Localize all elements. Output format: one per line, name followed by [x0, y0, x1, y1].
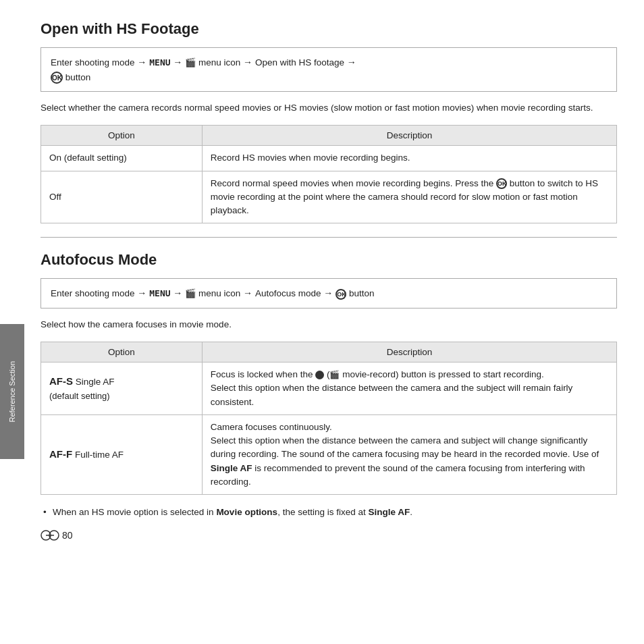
section1-text1: menu icon — [198, 57, 243, 68]
single-af-bold1: Single AF — [211, 463, 252, 473]
page-number-area: 80 — [41, 529, 617, 541]
section2-movie-icon: 🎬 — [185, 288, 196, 298]
page-number: 80 — [62, 530, 73, 541]
aff-label: AF-F — [49, 448, 72, 460]
note-bold1: Movie options — [216, 507, 277, 517]
table-row: Off Record normal speed movies when movi… — [41, 171, 617, 223]
section2-arrow2: → — [173, 288, 185, 298]
ok-icon-inline: OK — [496, 178, 507, 189]
section2-cmd-prefix: Enter shooting mode — [51, 288, 135, 298]
table-row: AF-F Full-time AF Camera focuses continu… — [41, 414, 617, 494]
section2-description: Select how the camera focuses in movie m… — [41, 318, 617, 332]
aff-description: Full-time AF — [72, 450, 124, 460]
section1-ok-button-icon: OK — [51, 72, 63, 84]
sidebar-text: Reference Section — [8, 361, 16, 423]
section2-row1-option: AF-S Single AF(default setting) — [41, 363, 203, 415]
section-divider — [41, 237, 617, 238]
table-row: On (default setting) Record HS movies wh… — [41, 146, 617, 171]
section1-description: Select whether the camera records normal… — [41, 101, 617, 115]
section2-arrow1: → — [137, 288, 149, 298]
section1-row1-option: On (default setting) — [41, 146, 203, 171]
section2-text1: menu icon — [198, 288, 243, 298]
section2-row2-option: AF-F Full-time AF — [41, 414, 203, 494]
section2-link-text: Autofocus mode — [255, 288, 321, 298]
section2-menu-button: MENU — [149, 288, 170, 298]
section2-title: Autofocus Mode — [41, 251, 617, 269]
note-text-before: When an HS movie option is selected in — [53, 507, 216, 517]
section1-arrow2: → — [173, 57, 185, 68]
section1-arrow3: → — [243, 57, 255, 68]
table-row: AF-S Single AF(default setting) Focus is… — [41, 363, 617, 415]
section2-ok-button-icon: OK — [336, 289, 346, 300]
section2-suffix: button — [349, 288, 375, 298]
section1-row1-description: Record HS movies when movie recording be… — [202, 146, 616, 171]
circle-icon — [315, 371, 324, 379]
section1-link-text: Open with HS footage — [255, 57, 344, 68]
section2-note: When an HS movie option is selected in M… — [41, 506, 617, 520]
section1-cmd-prefix: Enter shooting mode — [51, 57, 135, 68]
section1-movie-icon: 🎬 — [185, 57, 196, 68]
section1-menu-button: MENU — [149, 57, 170, 68]
section1-col1-header: Option — [41, 126, 203, 146]
afs-label: AF-S — [49, 375, 73, 387]
section1-row2-description: Record normal speed movies when movie re… — [202, 171, 616, 223]
section2-arrow3: → — [243, 288, 255, 298]
section1-command-box: Enter shooting mode → MENU → 🎬 menu icon… — [41, 47, 617, 92]
camera-page-icon — [41, 529, 59, 541]
section1-title: Open with HS Footage — [41, 20, 617, 38]
section2-col1-header: Option — [41, 342, 203, 363]
sidebar-label: Reference Section — [0, 324, 24, 459]
section1-arrow1: → — [137, 57, 149, 68]
movie-record-icon: 🎬 — [329, 370, 340, 379]
section2-row2-description: Camera focuses continuously. Select this… — [202, 414, 616, 494]
note-text-between: , the setting is fixed at — [277, 507, 368, 517]
section2-table: Option Description AF-S Single AF(defaul… — [41, 342, 617, 495]
section1-row2-option: Off — [41, 171, 203, 223]
section1-arrow4: → — [347, 57, 356, 68]
section2-col2-header: Description — [202, 342, 616, 363]
section1-col2-header: Description — [202, 126, 616, 146]
note-bold2: Single AF — [368, 507, 410, 517]
section1-table: Option Description On (default setting) … — [41, 125, 617, 223]
section1-suffix: button — [65, 72, 91, 82]
section2-row1-description: Focus is locked when the (🎬 movie-record… — [202, 363, 616, 415]
section2-arrow4: → — [323, 288, 336, 298]
note-text-after: . — [410, 507, 412, 517]
section2-command-box: Enter shooting mode → MENU → 🎬 menu icon… — [41, 278, 617, 308]
